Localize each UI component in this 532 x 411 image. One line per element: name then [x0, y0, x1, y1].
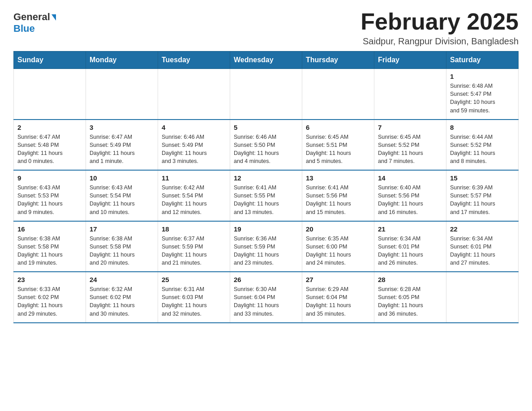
weekday-header-sunday: Sunday: [14, 51, 86, 69]
day-number: 16: [17, 225, 82, 233]
day-number: 21: [378, 225, 442, 233]
day-info: Sunrise: 6:30 AMSunset: 6:04 PMDaylight:…: [234, 285, 298, 318]
day-number: 4: [162, 124, 226, 131]
day-number: 3: [90, 124, 154, 131]
day-info: Sunrise: 6:41 AMSunset: 5:56 PMDaylight:…: [306, 184, 370, 216]
day-info: Sunrise: 6:42 AMSunset: 5:54 PMDaylight:…: [162, 184, 226, 216]
day-info: Sunrise: 6:45 AMSunset: 5:52 PMDaylight:…: [378, 133, 442, 166]
day-info: Sunrise: 6:36 AMSunset: 5:59 PMDaylight:…: [234, 235, 298, 267]
day-info: Sunrise: 6:44 AMSunset: 5:52 PMDaylight:…: [450, 133, 515, 166]
calendar-week-row: 2Sunrise: 6:47 AMSunset: 5:48 PMDaylight…: [14, 120, 519, 171]
day-number: 1: [450, 73, 515, 80]
calendar-cell: 18Sunrise: 6:37 AMSunset: 5:59 PMDayligh…: [158, 221, 230, 272]
month-title: February 2025: [360, 9, 519, 34]
day-info: Sunrise: 6:47 AMSunset: 5:49 PMDaylight:…: [90, 133, 154, 166]
calendar-cell: [374, 69, 446, 120]
day-number: 7: [378, 124, 442, 131]
day-number: 13: [306, 174, 370, 182]
calendar-cell: 23Sunrise: 6:33 AMSunset: 6:02 PMDayligh…: [14, 272, 86, 323]
calendar-cell: 7Sunrise: 6:45 AMSunset: 5:52 PMDaylight…: [374, 120, 446, 171]
calendar-header-row: SundayMondayTuesdayWednesdayThursdayFrid…: [14, 51, 519, 69]
day-info: Sunrise: 6:31 AMSunset: 6:03 PMDaylight:…: [162, 285, 226, 318]
weekday-header-monday: Monday: [86, 51, 158, 69]
calendar-cell: 25Sunrise: 6:31 AMSunset: 6:03 PMDayligh…: [158, 272, 230, 323]
day-number: 14: [378, 174, 442, 182]
logo-arrow-icon: [51, 14, 56, 21]
day-number: 10: [90, 174, 154, 182]
calendar-table: SundayMondayTuesdayWednesdayThursdayFrid…: [13, 51, 519, 323]
calendar-cell: [158, 69, 230, 120]
day-info: Sunrise: 6:28 AMSunset: 6:05 PMDaylight:…: [378, 285, 442, 318]
calendar-cell: [446, 272, 519, 323]
day-number: 19: [234, 225, 298, 233]
day-info: Sunrise: 6:32 AMSunset: 6:02 PMDaylight:…: [90, 285, 154, 318]
calendar-cell: 26Sunrise: 6:30 AMSunset: 6:04 PMDayligh…: [230, 272, 302, 323]
weekday-header-friday: Friday: [374, 51, 446, 69]
calendar-cell: 22Sunrise: 6:34 AMSunset: 6:01 PMDayligh…: [446, 221, 519, 272]
day-info: Sunrise: 6:37 AMSunset: 5:59 PMDaylight:…: [162, 235, 226, 267]
day-info: Sunrise: 6:40 AMSunset: 5:56 PMDaylight:…: [378, 184, 442, 216]
calendar-cell: 20Sunrise: 6:35 AMSunset: 6:00 PMDayligh…: [302, 221, 374, 272]
day-number: 23: [17, 276, 82, 283]
day-number: 9: [17, 174, 82, 182]
calendar-cell: 11Sunrise: 6:42 AMSunset: 5:54 PMDayligh…: [158, 170, 230, 221]
page-header: General Blue February 2025 Saidpur, Rang…: [13, 9, 519, 47]
day-number: 28: [378, 276, 442, 283]
calendar-week-row: 1Sunrise: 6:48 AMSunset: 5:47 PMDaylight…: [14, 69, 519, 120]
day-info: Sunrise: 6:35 AMSunset: 6:00 PMDaylight:…: [306, 235, 370, 267]
day-number: 17: [90, 225, 154, 233]
calendar-cell: 17Sunrise: 6:38 AMSunset: 5:58 PMDayligh…: [86, 221, 158, 272]
day-number: 27: [306, 276, 370, 283]
calendar-cell: 10Sunrise: 6:43 AMSunset: 5:54 PMDayligh…: [86, 170, 158, 221]
calendar-cell: 14Sunrise: 6:40 AMSunset: 5:56 PMDayligh…: [374, 170, 446, 221]
calendar-week-row: 9Sunrise: 6:43 AMSunset: 5:53 PMDaylight…: [14, 170, 519, 221]
day-info: Sunrise: 6:48 AMSunset: 5:47 PMDaylight:…: [450, 82, 515, 115]
day-info: Sunrise: 6:34 AMSunset: 6:01 PMDaylight:…: [450, 235, 515, 267]
day-info: Sunrise: 6:43 AMSunset: 5:53 PMDaylight:…: [17, 184, 82, 216]
day-info: Sunrise: 6:29 AMSunset: 6:04 PMDaylight:…: [306, 285, 370, 318]
day-info: Sunrise: 6:46 AMSunset: 5:49 PMDaylight:…: [162, 133, 226, 166]
day-number: 20: [306, 225, 370, 233]
calendar-cell: [230, 69, 302, 120]
day-info: Sunrise: 6:46 AMSunset: 5:50 PMDaylight:…: [234, 133, 298, 166]
calendar-cell: 3Sunrise: 6:47 AMSunset: 5:49 PMDaylight…: [86, 120, 158, 171]
calendar-cell: 24Sunrise: 6:32 AMSunset: 6:02 PMDayligh…: [86, 272, 158, 323]
logo: General Blue: [13, 9, 56, 34]
day-number: 24: [90, 276, 154, 283]
day-number: 12: [234, 174, 298, 182]
day-number: 11: [162, 174, 226, 182]
day-info: Sunrise: 6:41 AMSunset: 5:55 PMDaylight:…: [234, 184, 298, 216]
day-info: Sunrise: 6:39 AMSunset: 5:57 PMDaylight:…: [450, 184, 515, 216]
day-info: Sunrise: 6:33 AMSunset: 6:02 PMDaylight:…: [17, 285, 82, 318]
calendar-cell: 5Sunrise: 6:46 AMSunset: 5:50 PMDaylight…: [230, 120, 302, 171]
calendar-cell: 16Sunrise: 6:38 AMSunset: 5:58 PMDayligh…: [14, 221, 86, 272]
day-number: 22: [450, 225, 515, 233]
day-info: Sunrise: 6:43 AMSunset: 5:54 PMDaylight:…: [90, 184, 154, 216]
calendar-cell: 12Sunrise: 6:41 AMSunset: 5:55 PMDayligh…: [230, 170, 302, 221]
calendar-cell: [302, 69, 374, 120]
calendar-cell: 28Sunrise: 6:28 AMSunset: 6:05 PMDayligh…: [374, 272, 446, 323]
day-info: Sunrise: 6:38 AMSunset: 5:58 PMDaylight:…: [17, 235, 82, 267]
weekday-header-thursday: Thursday: [302, 51, 374, 69]
calendar-week-row: 16Sunrise: 6:38 AMSunset: 5:58 PMDayligh…: [14, 221, 519, 272]
calendar-cell: 6Sunrise: 6:45 AMSunset: 5:51 PMDaylight…: [302, 120, 374, 171]
day-info: Sunrise: 6:47 AMSunset: 5:48 PMDaylight:…: [17, 133, 82, 166]
calendar-cell: 27Sunrise: 6:29 AMSunset: 6:04 PMDayligh…: [302, 272, 374, 323]
day-number: 18: [162, 225, 226, 233]
logo-general-text: General: [13, 11, 56, 23]
day-info: Sunrise: 6:38 AMSunset: 5:58 PMDaylight:…: [90, 235, 154, 267]
day-info: Sunrise: 6:45 AMSunset: 5:51 PMDaylight:…: [306, 133, 370, 166]
day-number: 5: [234, 124, 298, 131]
calendar-cell: [14, 69, 86, 120]
calendar-cell: 15Sunrise: 6:39 AMSunset: 5:57 PMDayligh…: [446, 170, 519, 221]
logo-blue-text: Blue: [13, 23, 35, 34]
logo-general-label: General: [13, 11, 50, 23]
calendar-cell: 21Sunrise: 6:34 AMSunset: 6:01 PMDayligh…: [374, 221, 446, 272]
day-info: Sunrise: 6:34 AMSunset: 6:01 PMDaylight:…: [378, 235, 442, 267]
weekday-header-wednesday: Wednesday: [230, 51, 302, 69]
weekday-header-tuesday: Tuesday: [158, 51, 230, 69]
day-number: 8: [450, 124, 515, 131]
day-number: 6: [306, 124, 370, 131]
calendar-cell: 1Sunrise: 6:48 AMSunset: 5:47 PMDaylight…: [446, 69, 519, 120]
location-subtitle: Saidpur, Rangpur Division, Bangladesh: [360, 36, 519, 47]
